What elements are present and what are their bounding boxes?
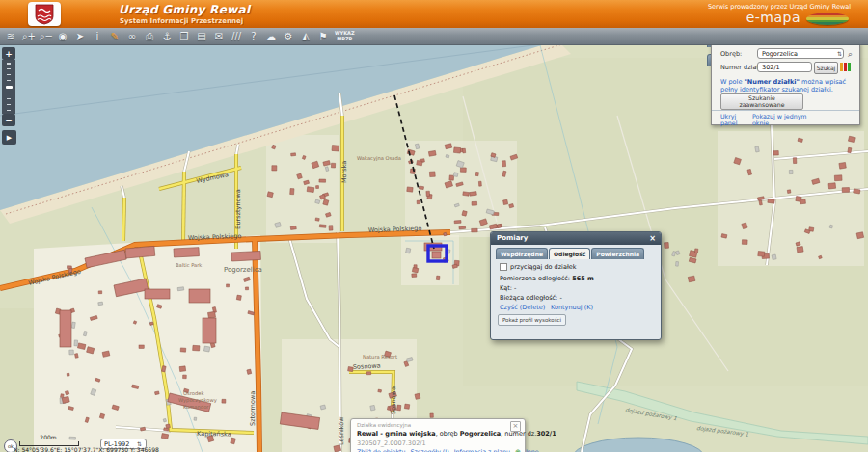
map-label: Sztormowa [249, 391, 257, 426]
info-icon[interactable]: i [92, 29, 103, 44]
snap-to-parcels-label: przyciągaj do działek [510, 263, 577, 271]
bar-green [848, 63, 851, 71]
crest-icon [35, 4, 54, 25]
scale-label: 200m [19, 434, 77, 440]
select-area-icon[interactable]: ◉ [57, 29, 68, 44]
search-icon[interactable]: ⌕ [848, 49, 853, 60]
link-icon[interactable]: ∞ [126, 29, 138, 44]
parcel-description: Rewal - gmina wiejska, obręb Pogorzelica… [357, 430, 519, 438]
zoom-in-icon[interactable]: ⌕+ [22, 29, 34, 44]
parcel-link-zbli-do-obiektu[interactable]: Zbliż do obiektu [357, 448, 406, 452]
app-window: { "header": { "title": "Urząd Gminy Rewa… [0, 0, 868, 452]
zoom-slider[interactable] [2, 60, 15, 114]
search-panel-body: Obręb: Pogorzelica ⇅ ⌕ Numer działki: 30… [711, 42, 860, 125]
layers-icon[interactable]: ≋ [5, 29, 16, 44]
map-label: Wakacyjna Osada [357, 155, 401, 162]
snap-to-parcels-checkbox[interactable] [500, 263, 507, 271]
zoom-slider-handle[interactable] [6, 86, 13, 89]
search-hint-text: W pole "Numer działki" można wpisać pełn… [720, 78, 854, 93]
numer-dzialki-input[interactable]: 302/1 [757, 62, 812, 72]
szukaj-button[interactable]: Szukaj [814, 62, 838, 74]
measure-pencil-icon[interactable]: ✎ [109, 29, 121, 44]
zoom-out-icon[interactable]: ⌕− [40, 29, 51, 44]
current-distance-value: - [559, 294, 561, 302]
map-label: Natura Resort [363, 354, 397, 359]
message-icon[interactable]: ✉ [213, 29, 225, 44]
measure-tab-wsp-rz-dne[interactable]: Współrzędne [496, 248, 548, 259]
zoom-tick [7, 93, 11, 94]
advanced-search-button[interactable]: Szukanie zaawansowane [720, 93, 803, 110]
copy-pages-icon[interactable]: ❐ [178, 29, 190, 44]
wykaz-mpzp-button[interactable]: WYKAZMPZP [335, 31, 355, 41]
measure-dialog-title: Pomiary [497, 234, 528, 242]
settings-gears-icon[interactable]: ⚙ [283, 29, 294, 44]
map-label: Pogorzelica [224, 266, 262, 274]
numer-dzialki-value: 302/1 [762, 64, 780, 71]
cloud-icon[interactable]: ☁ [265, 29, 277, 44]
obreb-label: Obręb: [720, 50, 742, 58]
zoom-tick [7, 104, 11, 106]
slope-lines-icon[interactable]: /// [231, 29, 242, 44]
app-subtitle: System Informacji Przestrzennej [120, 17, 243, 25]
expand-panel-button[interactable]: ▶ [2, 130, 16, 145]
layout-panels-icon[interactable]: ▤ [196, 29, 207, 44]
map-label: Wypoczynkowy [178, 397, 217, 404]
parcel-link-inne[interactable]: Inne [526, 448, 539, 452]
map-label: Bursztynowa [234, 189, 242, 229]
measure-dialog-tabs: WspółrzędneOdległośćPowierzchnia [496, 248, 645, 259]
print-icon[interactable]: ⎙ [144, 29, 155, 44]
add-icon[interactable]: ⊕ [515, 448, 521, 452]
map-label: Sosnowa [390, 386, 397, 414]
map-label: Komandor [183, 404, 209, 410]
zoom-tick [7, 68, 11, 70]
pointer-cursor-icon[interactable]: ➤ [74, 29, 86, 44]
clear-measure-link[interactable]: Czyść (Delete) [500, 304, 545, 311]
map-label: Sosnowa [353, 361, 381, 371]
show-elevation-profile-button[interactable]: Pokaż profil wysokości [498, 314, 566, 326]
emapa-logo-icon [806, 13, 849, 25]
help-icon[interactable]: ? [248, 29, 259, 44]
terrain-3d-icon[interactable]: ◭ [300, 29, 312, 44]
parcel-link-szczeg-y-i-[interactable]: Szczegóły (I) [411, 448, 449, 452]
close-dialog-icon[interactable]: × [649, 232, 656, 245]
parcel-identifier: 320507_2.0007.302/1 [357, 439, 426, 447]
single-window-link[interactable]: Pokazuj w jednym oknie [752, 113, 820, 126]
cursor-coordinates: N: 54°05'39.6"E: 15°07'37.7"X: 699750 Y:… [14, 446, 159, 452]
zoom-tick [7, 80, 11, 82]
legend-bars-icon[interactable] [840, 63, 852, 71]
gmina-rewal-crest-logo[interactable] [28, 2, 61, 26]
panel-footer-links: Ukryj panel Pokazuj w jednym oknie [712, 110, 859, 113]
bar-orange [840, 63, 843, 71]
parcel-info-card: Działka ewidencyjna × Rewal - gmina wiej… [350, 418, 526, 452]
continue-measure-link[interactable]: Kontynuuj (K) [551, 304, 593, 311]
anchor-icon[interactable]: ⚓ [161, 29, 173, 44]
map-toolbar: ≋⌕+⌕−◉➤i✎∞⎙⚓❐▤✉///?☁⚙◭⚑WYKAZMPZP [0, 28, 868, 45]
map-label: Morska [340, 161, 348, 183]
map-label: Ośrodek [183, 390, 203, 396]
measure-dialog: Pomiary × WspółrzędneOdległośćPowierzchn… [490, 231, 662, 340]
zoom-tick [7, 63, 11, 65]
zoom-tick [7, 110, 11, 112]
measure-tab-powierzchnia[interactable]: Powierzchnia [591, 248, 644, 259]
zoom-out-button[interactable]: − [2, 114, 15, 126]
bar-red [844, 63, 847, 71]
profile-flag-icon[interactable]: ⚑ [317, 29, 329, 44]
zoom-control: + − ▶ [2, 47, 15, 145]
measure-dialog-titlebar[interactable]: Pomiary × [491, 232, 661, 245]
zoom-tick [7, 74, 11, 76]
zoom-in-button[interactable]: + [2, 47, 15, 60]
hide-panel-link[interactable]: Ukryj panel [720, 113, 747, 126]
angle-row: Kąt: - [500, 284, 516, 292]
current-distance-row: Bieżąca odległość: - [500, 294, 562, 302]
map-label: Baltic Park [176, 262, 202, 268]
measured-distance-row: Pomierzona odległość: 565 m [500, 275, 594, 282]
parcel-link-informacja-z-planu[interactable]: Informacja z planu [454, 448, 510, 452]
emapa-brand[interactable]: e-mapa [746, 10, 800, 25]
measure-tab-odleg-o-[interactable]: Odległość [549, 248, 590, 259]
select-stepper-icon[interactable]: ⇅ [837, 50, 843, 57]
measure-actions: Czyść (Delete) Kontynuuj (K) [500, 304, 654, 311]
app-header: Urząd Gminy Rewal System Informacji Prze… [0, 0, 868, 28]
obreb-select[interactable]: Pogorzelica ⇅ [757, 48, 844, 59]
parcel-type-label: Działka ewidencyjna [357, 422, 411, 428]
parcel-action-links: Zbliż do obiektuSzczegóły (I)Informacja … [357, 448, 521, 452]
